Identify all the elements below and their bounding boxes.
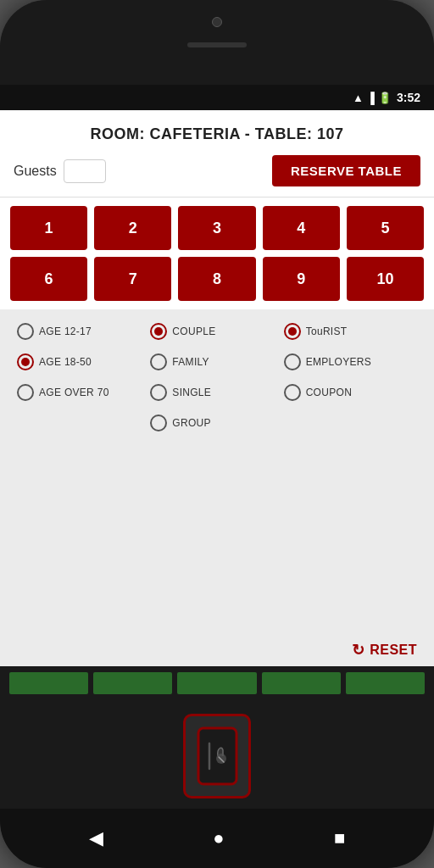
speaker — [187, 42, 247, 47]
number-grid: 1 2 3 4 5 6 7 8 9 10 — [0, 198, 434, 309]
bottom-logo — [0, 700, 434, 809]
room-info: ROOM: CAFETERIA - TABLE: 107 — [14, 125, 420, 143]
radio-circle-couple — [150, 323, 167, 340]
wifi-icon: ▲ — [353, 92, 364, 104]
battery-icon: 🔋 — [378, 92, 392, 104]
num-btn-7[interactable]: 7 — [94, 257, 171, 301]
radio-age1217[interactable]: AGE 12-17 — [17, 323, 150, 340]
guests-group: Guests — [14, 159, 106, 183]
tab-2[interactable] — [93, 672, 172, 694]
radio-label-age1217: AGE 12-17 — [39, 326, 92, 337]
radio-single[interactable]: SINGLE — [150, 384, 283, 401]
radio-circle-ageover70 — [17, 384, 34, 401]
num-btn-8[interactable]: 8 — [178, 257, 255, 301]
reset-button[interactable]: ↻ RESET — [352, 641, 417, 659]
num-btn-3[interactable]: 3 — [178, 206, 255, 250]
radio-group[interactable]: GROUP — [150, 415, 283, 431]
tab-3[interactable] — [177, 672, 256, 694]
radio-circle-group — [150, 415, 167, 431]
number-row-2: 6 7 8 9 10 — [10, 257, 424, 301]
app-logo — [183, 714, 251, 798]
radio-circle-family — [150, 353, 167, 370]
radio-label-family: FAMILY — [172, 356, 209, 368]
num-btn-2[interactable]: 2 — [94, 206, 171, 250]
tab-5[interactable] — [346, 672, 425, 694]
back-button[interactable] — [82, 821, 110, 856]
radio-label-couple: COUPLE — [172, 326, 215, 337]
num-btn-9[interactable]: 9 — [263, 257, 340, 301]
tab-4[interactable] — [262, 672, 341, 694]
nav-bar — [0, 809, 434, 868]
radio-circle-single — [150, 384, 167, 401]
reset-row: ↻ RESET — [0, 631, 434, 666]
radio-coupon[interactable]: COUPON — [284, 384, 417, 401]
phone-frame: ▲ ▐ 🔋 3:52 ROOM: CAFETERIA - TABLE: 107 … — [0, 0, 434, 868]
radio-tourist[interactable]: TouRIST — [284, 323, 417, 340]
num-btn-1[interactable]: 1 — [10, 206, 87, 250]
status-icons: ▲ ▐ 🔋 — [353, 92, 392, 104]
radio-circle-employers — [284, 353, 301, 370]
signal-icon: ▐ — [367, 92, 375, 104]
options-grid: AGE 12-17 COUPLE TouRIST AGE 18-50 — [17, 323, 417, 431]
reset-label: RESET — [370, 643, 417, 658]
camera — [212, 17, 222, 27]
radio-circle-coupon — [284, 384, 301, 401]
radio-label-ageover70: AGE OVER 70 — [39, 387, 109, 398]
radio-label-single: SINGLE — [172, 387, 211, 398]
number-row-1: 1 2 3 4 5 — [10, 206, 424, 250]
radio-circle-tourist — [284, 323, 301, 340]
radio-couple[interactable]: COUPLE — [150, 323, 283, 340]
radio-label-coupon: COUPON — [306, 387, 352, 398]
radio-circle-age1217 — [17, 323, 34, 340]
status-time: 3:52 — [397, 91, 420, 104]
reset-icon: ↻ — [352, 641, 365, 659]
radio-label-group: GROUP — [172, 417, 211, 429]
num-btn-5[interactable]: 5 — [347, 206, 424, 250]
guests-input[interactable] — [64, 159, 106, 183]
radio-family[interactable]: FAMILY — [150, 353, 283, 370]
radio-label-employers: EMPLOYERS — [306, 356, 371, 368]
recent-button[interactable] — [327, 821, 352, 856]
status-bar: ▲ ▐ 🔋 3:52 — [0, 85, 434, 110]
screen: ROOM: CAFETERIA - TABLE: 107 Guests RESE… — [0, 110, 434, 809]
radio-ageover70[interactable]: AGE OVER 70 — [17, 384, 150, 401]
guests-label: Guests — [14, 164, 57, 179]
home-button[interactable] — [206, 821, 231, 856]
guests-row: Guests RESERVE TABLE — [14, 155, 420, 186]
options-section: AGE 12-17 COUPLE TouRIST AGE 18-50 — [0, 309, 434, 631]
bottom-tabs — [0, 666, 434, 700]
logo-svg — [194, 726, 241, 786]
app-content: ROOM: CAFETERIA - TABLE: 107 Guests RESE… — [0, 110, 434, 809]
radio-age1850[interactable]: AGE 18-50 — [17, 353, 150, 370]
reserve-table-button[interactable]: RESERVE TABLE — [272, 155, 420, 186]
num-btn-10[interactable]: 10 — [347, 257, 424, 301]
phone-top — [0, 0, 434, 85]
radio-label-tourist: TouRIST — [306, 326, 348, 337]
radio-circle-age1850 — [17, 353, 34, 370]
radio-label-age1850: AGE 18-50 — [39, 356, 92, 368]
header-section: ROOM: CAFETERIA - TABLE: 107 Guests RESE… — [0, 110, 434, 198]
num-btn-6[interactable]: 6 — [10, 257, 87, 301]
tab-1[interactable] — [9, 672, 88, 694]
num-btn-4[interactable]: 4 — [263, 206, 340, 250]
radio-employers[interactable]: EMPLOYERS — [284, 353, 417, 370]
